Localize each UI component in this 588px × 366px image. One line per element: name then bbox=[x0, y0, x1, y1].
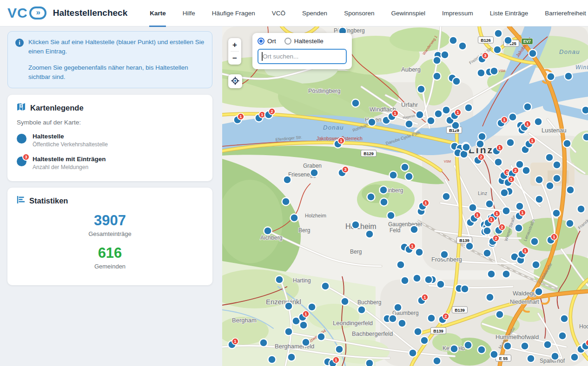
map-stop-dot[interactable] bbox=[285, 328, 293, 336]
map-stop-dot[interactable] bbox=[553, 175, 561, 183]
map-stop-dot[interactable] bbox=[394, 304, 402, 312]
map-stop-dot[interactable] bbox=[488, 270, 496, 278]
map-stop-dot[interactable] bbox=[409, 349, 417, 357]
map-entry-count-badge[interactable] bbox=[333, 357, 339, 363]
map-stop-dot[interactable] bbox=[405, 173, 413, 181]
map-stop-dot[interactable] bbox=[387, 212, 395, 220]
map-stop-dot[interactable] bbox=[551, 353, 559, 360]
map-stop-dot[interactable] bbox=[398, 320, 406, 327]
zoom-in-button[interactable]: + bbox=[228, 38, 241, 51]
map-entry-count-badge[interactable] bbox=[494, 210, 500, 217]
nav-item-barrierefreiheit[interactable]: Barrierefreiheit bbox=[536, 0, 588, 26]
map-stop-dot[interactable] bbox=[285, 302, 293, 310]
map-entry-count-badge[interactable] bbox=[303, 311, 309, 317]
nav-item-liste-eintraege[interactable]: Liste Einträge bbox=[482, 0, 537, 26]
map-stop-dot[interactable] bbox=[416, 111, 424, 119]
map-stop-dot[interactable] bbox=[302, 339, 310, 346]
map-stop-dot[interactable] bbox=[260, 339, 268, 347]
map-stop-dot[interactable] bbox=[561, 315, 568, 323]
map-stop-dot[interactable] bbox=[535, 288, 543, 296]
map-stop-dot[interactable] bbox=[366, 359, 374, 366]
map-stop-dot[interactable] bbox=[389, 315, 397, 323]
map[interactable]: Freistädter StrRohrbacher Str.Danube Cyc… bbox=[222, 26, 588, 366]
map-stop-dot[interactable] bbox=[565, 72, 573, 80]
map-stop-dot[interactable] bbox=[547, 73, 555, 81]
map-stop-dot[interactable] bbox=[358, 306, 366, 314]
map-stop-dot[interactable] bbox=[553, 209, 561, 217]
map-stop-dot[interactable] bbox=[433, 72, 441, 80]
map-entry-count-badge[interactable] bbox=[422, 294, 428, 301]
map-stop-dot[interactable] bbox=[535, 176, 543, 184]
map-stop-dot[interactable] bbox=[522, 167, 530, 175]
map-stop-dot[interactable] bbox=[502, 207, 510, 215]
map-entry-count-badge[interactable] bbox=[499, 224, 505, 230]
map-stop-dot[interactable] bbox=[527, 355, 535, 363]
nav-item-gewinnspiel[interactable]: Gewinnspiel bbox=[383, 0, 434, 26]
map-entry-count-badge[interactable] bbox=[551, 234, 557, 240]
map-stop-dot[interactable] bbox=[521, 342, 529, 350]
map-entry-count-badge[interactable] bbox=[238, 113, 244, 120]
map-stop-dot[interactable] bbox=[380, 186, 388, 194]
map-entry-count-badge[interactable] bbox=[519, 209, 526, 216]
map-stop-dot[interactable] bbox=[288, 353, 296, 361]
map-stop-dot[interactable] bbox=[496, 311, 504, 319]
map-stop-dot[interactable] bbox=[582, 106, 588, 114]
map-stop-dot[interactable] bbox=[509, 113, 517, 121]
map-stop-dot[interactable] bbox=[462, 144, 470, 151]
map-stop-dot[interactable] bbox=[413, 274, 421, 282]
map-stop-dot[interactable] bbox=[486, 200, 494, 208]
map-stop-dot[interactable] bbox=[483, 227, 491, 235]
map-stop-dot[interactable] bbox=[486, 294, 494, 301]
map-stop-dot[interactable] bbox=[390, 171, 397, 179]
radio-haltestelle[interactable]: Haltestelle bbox=[284, 38, 324, 45]
map-stop-dot[interactable] bbox=[433, 357, 441, 365]
map-stop-dot[interactable] bbox=[308, 303, 316, 311]
map-stop-dot[interactable] bbox=[553, 161, 561, 169]
map-entry-count-badge[interactable] bbox=[269, 108, 275, 115]
map-stop-dot[interactable] bbox=[469, 204, 477, 212]
map-stop-dot[interactable] bbox=[466, 242, 474, 250]
map-stop-dot[interactable] bbox=[524, 103, 532, 111]
map-stop-dot[interactable] bbox=[428, 314, 436, 322]
map-stop-dot[interactable] bbox=[291, 214, 298, 222]
locate-button[interactable] bbox=[228, 74, 242, 88]
map-entry-count-badge[interactable] bbox=[508, 176, 515, 183]
map-entry-count-badge[interactable] bbox=[232, 338, 238, 345]
map-stop-dot[interactable] bbox=[490, 351, 498, 359]
map-stop-dot[interactable] bbox=[516, 203, 524, 210]
map-stop-dot[interactable] bbox=[433, 57, 441, 65]
zoom-out-button[interactable]: − bbox=[228, 52, 241, 65]
map-stop-dot[interactable] bbox=[284, 176, 291, 184]
map-stop-dot[interactable] bbox=[571, 353, 579, 361]
map-stop-dot[interactable] bbox=[368, 118, 376, 126]
map-entry-count-badge[interactable] bbox=[512, 167, 519, 174]
map-entry-count-badge[interactable] bbox=[338, 137, 344, 144]
map-entry-count-badge[interactable] bbox=[524, 121, 531, 127]
map-entry-count-badge[interactable] bbox=[392, 110, 398, 117]
map-stop-dot[interactable] bbox=[504, 342, 512, 350]
map-entry-count-badge[interactable] bbox=[529, 137, 535, 144]
map-stop-dot[interactable] bbox=[401, 277, 409, 285]
map-stop-dot[interactable] bbox=[264, 227, 272, 235]
map-stop-dot[interactable] bbox=[515, 224, 523, 232]
map-stop-dot[interactable] bbox=[461, 285, 469, 293]
map-stop-dot[interactable] bbox=[300, 321, 308, 329]
map-entry-count-badge[interactable] bbox=[342, 166, 349, 173]
map-entry-count-badge[interactable] bbox=[409, 243, 416, 249]
map-stop-dot[interactable] bbox=[477, 69, 485, 77]
map-entry-count-badge[interactable] bbox=[474, 212, 481, 218]
map-stop-dot[interactable] bbox=[417, 85, 425, 93]
map-stop-dot[interactable] bbox=[577, 205, 585, 213]
map-stop-dot[interactable] bbox=[367, 193, 375, 201]
map-stop-dot[interactable] bbox=[567, 186, 575, 194]
map-stop-dot[interactable] bbox=[435, 110, 443, 118]
map-entry-count-badge[interactable] bbox=[423, 200, 429, 206]
map-entry-count-badge[interactable] bbox=[478, 154, 484, 160]
search-input[interactable] bbox=[258, 49, 347, 64]
map-stop-dot[interactable] bbox=[276, 276, 284, 284]
map-stop-dot[interactable] bbox=[380, 198, 388, 206]
nav-item-sponsoren[interactable]: Sponsoren bbox=[336, 0, 383, 26]
map-stop-dot[interactable] bbox=[465, 104, 473, 112]
map-stop-dot[interactable] bbox=[559, 332, 567, 340]
map-stop-dot[interactable] bbox=[531, 238, 539, 246]
